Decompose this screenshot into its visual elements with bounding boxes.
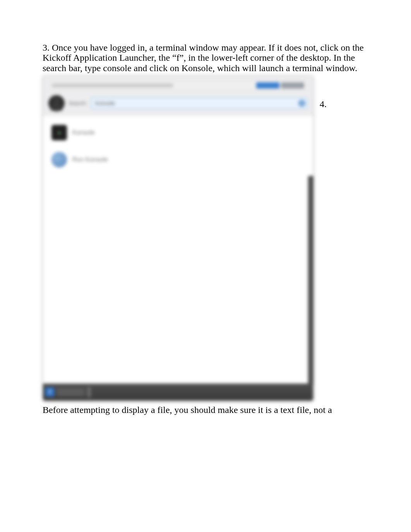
taskbar-item[interactable] — [57, 388, 85, 396]
launcher-header: Search: × — [43, 76, 313, 116]
scrollbar[interactable] — [308, 176, 313, 385]
taskbar: f — [43, 384, 313, 401]
taskbar-divider — [87, 387, 91, 397]
banner-button-secondary[interactable] — [281, 82, 304, 89]
result-item-konsole[interactable]: Konsole — [48, 123, 308, 143]
search-results-list: Konsole Run Konsole — [43, 116, 313, 384]
step-4-marker: 4. — [320, 99, 327, 109]
banner-text — [52, 84, 254, 87]
embedded-screenshot: Search: × Konsole Run Konsole — [43, 75, 313, 401]
clear-search-icon[interactable]: × — [298, 100, 305, 107]
result-item-run-konsole[interactable]: Run Konsole — [48, 150, 308, 170]
result-label: Konsole — [72, 129, 95, 136]
step-3-text: 3. Once you have logged in, a terminal w… — [43, 43, 368, 73]
search-box-wrapper: × — [91, 97, 308, 109]
kickoff-start-button[interactable]: f — [45, 387, 55, 397]
step-4-text-start: Before attempting to display a file, you… — [43, 405, 368, 415]
terminal-icon — [51, 125, 67, 140]
document-page: 3. Once you have logged in, a terminal w… — [0, 0, 411, 532]
result-label: Run Konsole — [72, 156, 108, 163]
banner-button-primary[interactable] — [256, 82, 279, 89]
kickoff-launcher-window: Search: × Konsole Run Konsole — [43, 75, 313, 401]
search-input[interactable] — [91, 97, 308, 109]
info-banner — [48, 80, 308, 90]
search-label: Search: — [68, 100, 87, 106]
search-row: Search: × — [48, 95, 308, 111]
user-avatar-icon — [48, 95, 65, 111]
run-command-icon — [51, 152, 67, 167]
